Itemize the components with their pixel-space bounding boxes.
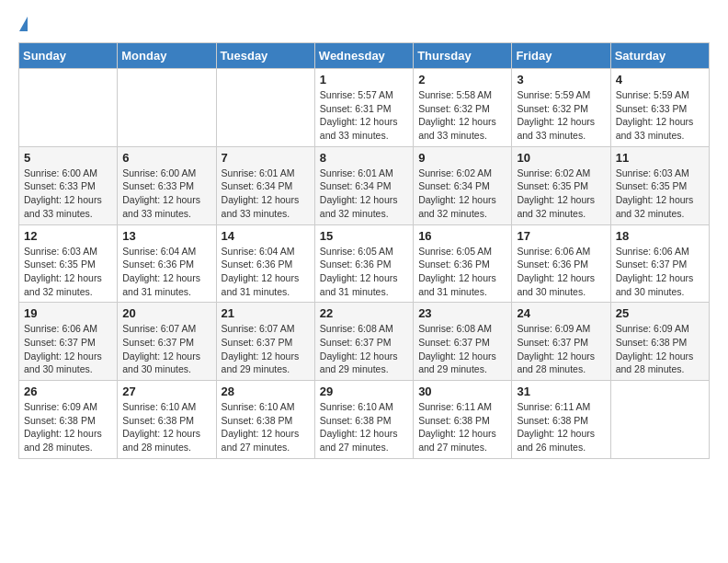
calendar-day-27: 27Sunrise: 6:10 AM Sunset: 6:38 PM Dayli… [118,381,216,459]
calendar-empty-cell [118,69,216,147]
day-info: Sunrise: 6:11 AM Sunset: 6:38 PM Dayligh… [517,400,605,454]
calendar-table: SundayMondayTuesdayWednesdayThursdayFrid… [18,42,710,459]
day-info: Sunrise: 6:10 AM Sunset: 6:38 PM Dayligh… [122,400,210,454]
calendar-day-20: 20Sunrise: 6:07 AM Sunset: 6:37 PM Dayli… [118,303,216,381]
calendar-day-12: 12Sunrise: 6:03 AM Sunset: 6:35 PM Dayli… [19,224,118,303]
day-number: 8 [320,151,408,165]
day-number: 24 [517,306,605,320]
day-info: Sunrise: 6:09 AM Sunset: 6:38 PM Dayligh… [616,322,704,376]
day-number: 5 [24,151,112,165]
calendar-week-row: 5Sunrise: 6:00 AM Sunset: 6:33 PM Daylig… [19,146,710,224]
calendar-empty-cell [216,69,314,147]
calendar-day-5: 5Sunrise: 6:00 AM Sunset: 6:33 PM Daylig… [19,146,118,224]
day-info: Sunrise: 6:11 AM Sunset: 6:38 PM Dayligh… [418,400,506,454]
calendar-day-31: 31Sunrise: 6:11 AM Sunset: 6:38 PM Dayli… [512,381,610,459]
day-number: 3 [517,73,605,86]
day-number: 19 [24,306,112,320]
day-info: Sunrise: 6:03 AM Sunset: 6:35 PM Dayligh… [616,167,704,221]
calendar-week-row: 1Sunrise: 5:57 AM Sunset: 6:31 PM Daylig… [19,69,710,147]
calendar-day-29: 29Sunrise: 6:10 AM Sunset: 6:38 PM Dayli… [314,381,413,459]
calendar-day-11: 11Sunrise: 6:03 AM Sunset: 6:35 PM Dayli… [610,146,709,224]
day-info: Sunrise: 6:02 AM Sunset: 6:34 PM Dayligh… [418,167,506,221]
calendar-day-8: 8Sunrise: 6:01 AM Sunset: 6:34 PM Daylig… [314,146,413,224]
calendar-day-3: 3Sunrise: 5:59 AM Sunset: 6:32 PM Daylig… [512,69,610,147]
day-info: Sunrise: 6:10 AM Sunset: 6:38 PM Dayligh… [320,400,408,454]
header-monday: Monday [118,43,216,69]
day-info: Sunrise: 6:06 AM Sunset: 6:37 PM Dayligh… [616,245,704,299]
day-number: 15 [320,229,408,243]
day-number: 30 [418,385,506,398]
calendar-day-28: 28Sunrise: 6:10 AM Sunset: 6:38 PM Dayli… [216,381,314,459]
day-number: 25 [616,306,704,320]
day-info: Sunrise: 6:10 AM Sunset: 6:38 PM Dayligh… [222,400,310,454]
calendar-day-17: 17Sunrise: 6:06 AM Sunset: 6:36 PM Dayli… [512,224,610,303]
header-wednesday: Wednesday [314,43,413,69]
day-number: 6 [122,151,210,165]
day-number: 13 [122,229,210,243]
day-info: Sunrise: 6:05 AM Sunset: 6:36 PM Dayligh… [418,245,506,299]
logo [18,18,28,33]
header-tuesday: Tuesday [216,43,314,69]
day-number: 31 [517,385,605,398]
day-info: Sunrise: 6:09 AM Sunset: 6:38 PM Dayligh… [24,400,112,454]
day-info: Sunrise: 5:59 AM Sunset: 6:33 PM Dayligh… [616,88,704,143]
day-info: Sunrise: 6:07 AM Sunset: 6:37 PM Dayligh… [122,322,210,376]
calendar-day-30: 30Sunrise: 6:11 AM Sunset: 6:38 PM Dayli… [414,381,512,459]
day-info: Sunrise: 6:08 AM Sunset: 6:37 PM Dayligh… [320,322,408,376]
day-number: 4 [616,73,704,86]
day-info: Sunrise: 6:01 AM Sunset: 6:34 PM Dayligh… [222,167,310,221]
header-saturday: Saturday [610,43,709,69]
day-number: 20 [122,306,210,320]
header-sunday: Sunday [19,43,118,69]
day-number: 1 [320,73,408,86]
day-number: 17 [517,229,605,243]
header-thursday: Thursday [414,43,512,69]
day-info: Sunrise: 6:05 AM Sunset: 6:36 PM Dayligh… [320,245,408,299]
day-number: 12 [24,229,112,243]
calendar-day-2: 2Sunrise: 5:58 AM Sunset: 6:32 PM Daylig… [414,69,512,147]
calendar-day-25: 25Sunrise: 6:09 AM Sunset: 6:38 PM Dayli… [610,303,709,381]
calendar-day-19: 19Sunrise: 6:06 AM Sunset: 6:37 PM Dayli… [19,303,118,381]
day-number: 26 [24,385,112,398]
calendar-day-18: 18Sunrise: 6:06 AM Sunset: 6:37 PM Dayli… [610,224,709,303]
calendar-day-24: 24Sunrise: 6:09 AM Sunset: 6:37 PM Dayli… [512,303,610,381]
day-number: 21 [222,306,310,320]
day-info: Sunrise: 6:01 AM Sunset: 6:34 PM Dayligh… [320,167,408,221]
day-number: 29 [320,385,408,398]
calendar-header-row: SundayMondayTuesdayWednesdayThursdayFrid… [19,43,710,69]
calendar-day-6: 6Sunrise: 6:00 AM Sunset: 6:33 PM Daylig… [118,146,216,224]
day-info: Sunrise: 6:09 AM Sunset: 6:37 PM Dayligh… [517,322,605,376]
day-number: 23 [418,306,506,320]
day-number: 11 [616,151,704,165]
logo-triangle-icon [19,17,28,31]
day-number: 2 [418,73,506,86]
calendar-day-21: 21Sunrise: 6:07 AM Sunset: 6:37 PM Dayli… [216,303,314,381]
calendar-day-23: 23Sunrise: 6:08 AM Sunset: 6:37 PM Dayli… [414,303,512,381]
header-friday: Friday [512,43,610,69]
calendar-day-26: 26Sunrise: 6:09 AM Sunset: 6:38 PM Dayli… [19,381,118,459]
day-number: 10 [517,151,605,165]
day-number: 7 [222,151,310,165]
day-info: Sunrise: 5:59 AM Sunset: 6:32 PM Dayligh… [517,88,605,143]
calendar-day-22: 22Sunrise: 6:08 AM Sunset: 6:37 PM Dayli… [314,303,413,381]
day-info: Sunrise: 6:00 AM Sunset: 6:33 PM Dayligh… [24,167,112,221]
calendar-day-15: 15Sunrise: 6:05 AM Sunset: 6:36 PM Dayli… [314,224,413,303]
calendar-day-9: 9Sunrise: 6:02 AM Sunset: 6:34 PM Daylig… [414,146,512,224]
calendar-week-row: 26Sunrise: 6:09 AM Sunset: 6:38 PM Dayli… [19,381,710,459]
day-info: Sunrise: 6:06 AM Sunset: 6:36 PM Dayligh… [517,245,605,299]
calendar-empty-cell [610,381,709,459]
day-info: Sunrise: 6:06 AM Sunset: 6:37 PM Dayligh… [24,322,112,376]
calendar-week-row: 19Sunrise: 6:06 AM Sunset: 6:37 PM Dayli… [19,303,710,381]
day-info: Sunrise: 6:03 AM Sunset: 6:35 PM Dayligh… [24,245,112,299]
day-info: Sunrise: 5:58 AM Sunset: 6:32 PM Dayligh… [418,88,506,143]
day-number: 18 [616,229,704,243]
day-number: 22 [320,306,408,320]
day-number: 27 [122,385,210,398]
day-info: Sunrise: 6:00 AM Sunset: 6:33 PM Dayligh… [122,167,210,221]
calendar-day-10: 10Sunrise: 6:02 AM Sunset: 6:35 PM Dayli… [512,146,610,224]
day-number: 16 [418,229,506,243]
calendar-empty-cell [19,69,118,147]
day-number: 28 [222,385,310,398]
day-number: 14 [222,229,310,243]
page-header [18,18,710,33]
